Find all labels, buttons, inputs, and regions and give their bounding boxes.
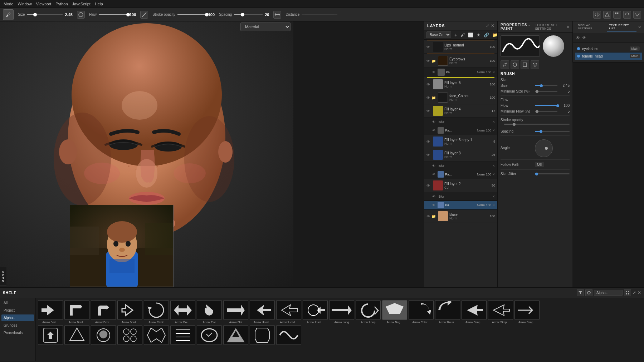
layer-folder-eyebrows[interactable]: 📁 bbox=[431, 59, 436, 63]
layer-toolbar-link-icon[interactable]: 🔗 bbox=[483, 33, 490, 38]
shelf-item-arrow-simple2[interactable]: Arrow Simp... bbox=[488, 300, 513, 324]
layer-fill3[interactable]: 👁 Fill layer 3 Norm 26 bbox=[424, 148, 497, 162]
symmetry-icon[interactable] bbox=[593, 11, 601, 19]
layer-fill5[interactable]: 👁 Fill layer 5 Norm 100 bbox=[424, 78, 497, 91]
layer-eye-fill3[interactable]: 👁 bbox=[426, 153, 431, 157]
layer-eye-fill4[interactable]: 👁 bbox=[426, 109, 431, 113]
layer-base[interactable]: 👁 📁 Base Norm 100 bbox=[424, 210, 497, 223]
shelf-search-input[interactable] bbox=[594, 290, 623, 296]
layer-fill4[interactable]: 👁 Fill layer 4 Norm 17 bbox=[424, 104, 497, 118]
menu-help[interactable]: Help bbox=[93, 1, 105, 7]
layer-sub-pa-fill2-selected[interactable]: 👁 Pa... Norm 100 ✕ bbox=[424, 201, 497, 210]
shelf-cat-grunges[interactable]: Grunges bbox=[1, 322, 34, 329]
shelf-cat-all[interactable]: All bbox=[1, 299, 34, 306]
shelf-item-arrow-round1[interactable]: Arrow Roun... bbox=[435, 300, 460, 324]
shelf-item-arrow-flat[interactable]: Arrow Flat bbox=[223, 300, 248, 324]
layer-sub-blur4-close[interactable]: ✕ bbox=[492, 120, 495, 124]
display-panel-close[interactable]: ✕ bbox=[638, 25, 641, 30]
layers-close-icon[interactable]: ✕ bbox=[491, 23, 494, 28]
layers-expand-icon[interactable]: ⤢ bbox=[486, 23, 489, 28]
eye-icon-1[interactable]: 👁 bbox=[576, 35, 580, 40]
spacing-slider[interactable] bbox=[234, 14, 263, 15]
shelf-item-r2-5[interactable] bbox=[144, 325, 169, 346]
flow-prop-slider[interactable] bbox=[535, 105, 557, 106]
layer-sub-pa-eyebrows[interactable]: 👁 Pa... Norm 100 ✕ bbox=[424, 68, 497, 77]
layer-toolbar-mask-icon[interactable]: ⬜ bbox=[467, 33, 474, 38]
shelf-circle-filter-btn[interactable] bbox=[585, 289, 592, 296]
flow-prop-value[interactable]: 100 bbox=[560, 104, 570, 108]
transform-icon[interactable] bbox=[603, 11, 611, 19]
properties-close-btn[interactable]: ✕ bbox=[566, 25, 570, 29]
flow-slider[interactable] bbox=[99, 14, 127, 15]
menu-viewport[interactable]: Viewport bbox=[34, 1, 54, 7]
layer-eye-face-colors[interactable]: 👁 bbox=[426, 96, 431, 100]
shelf-filter-btn[interactable] bbox=[577, 289, 584, 296]
layer-sub-pa-fill3[interactable]: 👁 Pa... Norm 100 ✕ bbox=[424, 170, 497, 179]
stroke-opacity-prop-slider[interactable] bbox=[504, 124, 570, 125]
shelf-item-arrow-long[interactable]: Arrow Long bbox=[329, 300, 354, 324]
shelf-cat-alphas[interactable]: Alphas bbox=[1, 314, 34, 321]
stroke-opacity-value[interactable]: 100 bbox=[208, 13, 215, 17]
spacing-value[interactable]: 20 bbox=[265, 13, 269, 17]
layer-eye-lips[interactable]: 👁 bbox=[426, 45, 431, 49]
layer-sub-pa-close[interactable]: ✕ bbox=[492, 70, 495, 74]
angle-widget[interactable] bbox=[535, 139, 553, 157]
layer-toolbar-add-icon[interactable]: + bbox=[453, 32, 458, 38]
layer-toolbar-paint-icon[interactable]: 🖌 bbox=[459, 33, 466, 38]
layer-sub-blur3-close[interactable]: ✕ bbox=[492, 164, 495, 168]
layer-sub-blur-fill2[interactable]: 👁 Blur ✕ bbox=[424, 192, 497, 201]
shelf-item-arrow-head2[interactable]: Arrow Head... bbox=[276, 300, 301, 324]
layer-sub-pa2-close[interactable]: ✕ bbox=[492, 203, 495, 207]
layer-sub-blur2-close[interactable]: ✕ bbox=[492, 195, 495, 198]
texture-set-list-tab[interactable]: TEXTURE SET LIST bbox=[607, 23, 636, 31]
shelf-item-arrow-bent2[interactable]: Arrow Bent... bbox=[91, 300, 116, 324]
shelf-item-arrow-circle[interactable]: Arrow Circle bbox=[144, 300, 169, 324]
prop-square-icon[interactable] bbox=[521, 60, 529, 69]
layer-eye-sub-pa3[interactable]: 👁 bbox=[432, 173, 436, 176]
shelf-item-r2-9[interactable] bbox=[250, 325, 275, 346]
layer-toolbar-folder-icon[interactable]: 📁 bbox=[491, 33, 497, 38]
shelf-item-arrow-loop[interactable]: Arrow Loop bbox=[356, 300, 381, 324]
shelf-item-arrow-rotat[interactable]: Arrow Rotat... bbox=[409, 300, 434, 324]
distance-icon[interactable] bbox=[273, 11, 281, 19]
shelf-grid-btn[interactable] bbox=[624, 289, 631, 296]
layer-sub-pa4-close[interactable]: ✕ bbox=[492, 129, 495, 132]
shelf-item-arrow-neg[interactable]: Arrow Neg... bbox=[382, 300, 407, 324]
flow-value[interactable]: 100 bbox=[130, 13, 136, 17]
shelf-item-arrow-bent1[interactable]: Arrow Bent... bbox=[64, 300, 89, 324]
texture-set-item-eyelashes[interactable]: eyelashes Main bbox=[575, 45, 642, 53]
shelf-item-r2-2[interactable] bbox=[64, 325, 89, 346]
layer-fill3-copy1[interactable]: 👁 Fill layer 3 copy 1 Norm 9 bbox=[424, 135, 497, 148]
layer-fill2[interactable]: 👁 Fill layer 2 Col 50 bbox=[424, 179, 497, 192]
menu-javascript[interactable]: JavaScript bbox=[70, 1, 93, 7]
grid-icon[interactable] bbox=[613, 11, 621, 19]
layer-sub-blur-fill3[interactable]: 👁 Blur ✕ bbox=[424, 162, 497, 170]
shelf-item-arrow-border[interactable]: Arrow Bord... bbox=[117, 300, 142, 324]
shelf-item-arrow-fire[interactable]: Arrow Fire bbox=[197, 300, 222, 324]
stroke-opacity-slider[interactable] bbox=[177, 14, 206, 15]
brush-tool-icon[interactable]: 🖌 bbox=[3, 9, 14, 20]
spacing-prop-slider[interactable] bbox=[535, 131, 570, 132]
shelf-close-icon[interactable]: ✕ bbox=[638, 290, 641, 295]
shelf-item-r2-4[interactable] bbox=[117, 325, 142, 346]
layer-eye-eyebrows[interactable]: 👁 bbox=[426, 59, 431, 63]
layer-blend-select[interactable]: Base Co Normal Multiply bbox=[426, 31, 451, 38]
prop-paint-icon[interactable] bbox=[501, 60, 509, 69]
eye-icon-2[interactable]: 👁 bbox=[582, 35, 586, 40]
layer-toolbar-effect-icon[interactable]: ★ bbox=[475, 33, 482, 38]
shelf-cat-procedurals[interactable]: Procedurals bbox=[1, 329, 34, 336]
texture-set-item-female-head[interactable]: female_head Main bbox=[575, 53, 642, 60]
layer-face-colors[interactable]: 👁 📁 face_Colors Norm 100 bbox=[424, 91, 497, 104]
layer-sub-blur-fill4[interactable]: 👁 Blur ✕ bbox=[424, 118, 497, 126]
layer-eye-sub-blur2[interactable]: 👁 bbox=[432, 195, 436, 198]
flip-icon[interactable] bbox=[633, 11, 641, 19]
shelf-item-r2-10[interactable] bbox=[276, 325, 301, 346]
shelf-item-arrow-simple3[interactable]: Arrow Simp... bbox=[514, 300, 540, 324]
shelf-item-arrow-inset[interactable]: Arrow Inset... bbox=[303, 300, 328, 324]
size-jitter-slider[interactable] bbox=[535, 173, 570, 174]
shelf-item-arrow-simple1[interactable]: Arrow Simp... bbox=[462, 300, 487, 324]
rotate-icon[interactable] bbox=[623, 11, 631, 19]
brush-size-value[interactable]: 2.45 bbox=[560, 84, 570, 88]
brush-icon-2[interactable] bbox=[140, 11, 148, 19]
distance-slider[interactable] bbox=[302, 14, 337, 15]
